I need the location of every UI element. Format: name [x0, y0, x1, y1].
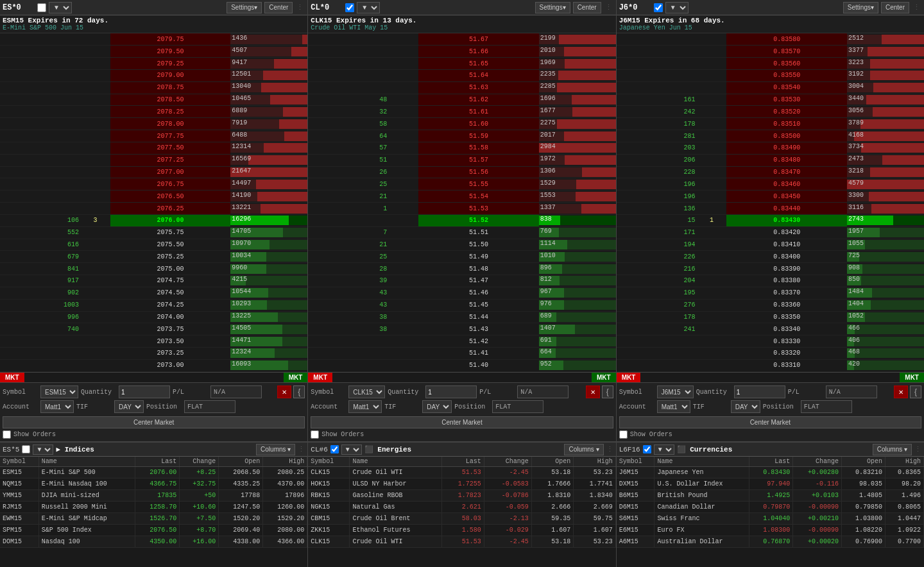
price-cell[interactable]: 2073.00 — [110, 359, 231, 371]
mkt-buy-button-es[interactable]: MKT — [284, 373, 308, 382]
ladder-row[interactable]: 552 2075.75 14705 — [0, 226, 307, 239]
cancel-button-es[interactable]: ✕ — [277, 385, 291, 398]
ladder-row[interactable]: 2077.75 6488 — [0, 130, 307, 142]
price-cell[interactable]: 51.46 — [418, 287, 539, 299]
ladder-row[interactable]: 2076.50 14190 — [0, 190, 307, 203]
ladder-row[interactable]: 26 51.56 1306 — [308, 166, 615, 178]
price-cell[interactable]: 51.45 — [418, 299, 539, 311]
price-cell[interactable]: 0.83340 — [726, 323, 847, 335]
ladder-row[interactable]: 194 0.83410 1055 — [617, 239, 924, 251]
ladder-row[interactable]: 276 0.83360 1404 — [617, 299, 924, 311]
price-cell[interactable]: 2073.25 — [110, 348, 231, 360]
price-cell[interactable]: 2074.75 — [110, 275, 231, 287]
ladder-checkbox-cl[interactable] — [345, 3, 354, 12]
ladder-row[interactable]: 51.65 1969 — [308, 58, 615, 70]
price-cell[interactable]: 51.47 — [418, 275, 539, 287]
ladder-row[interactable]: 203 0.83490 3734 — [617, 142, 924, 154]
show-orders-checkbox-j6[interactable] — [619, 430, 628, 439]
price-cell[interactable]: 2074.25 — [110, 299, 231, 311]
price-cell[interactable]: 2079.00 — [110, 69, 231, 81]
indices-dropdown[interactable]: ▼ — [33, 444, 53, 455]
ladder-row[interactable]: 2073.50 14471 — [0, 335, 307, 348]
currencies-columns-btn[interactable]: Columns ▾ — [873, 444, 912, 455]
price-cell[interactable]: 2075.75 — [110, 226, 231, 239]
show-orders-checkbox-es[interactable] — [3, 430, 11, 439]
price-cell[interactable]: 51.48 — [418, 263, 539, 275]
ladder-row[interactable]: 0.83570 3377 — [617, 46, 924, 58]
ladder-row[interactable]: 51.66 2010 — [308, 46, 615, 58]
ladder-row[interactable]: 2079.25 9417 — [0, 58, 307, 70]
price-cell[interactable]: 51.54 — [418, 190, 539, 203]
price-cell[interactable]: 0.83490 — [726, 142, 847, 154]
price-cell[interactable]: 51.51 — [418, 226, 539, 239]
ladder-row[interactable]: 679 2075.25 10034 — [0, 251, 307, 263]
indices-list-body[interactable]: Symbol Name Last Change Open High ESM15 … — [0, 457, 307, 567]
mkt-buy-button-j6[interactable]: MKT — [900, 373, 924, 382]
list-item[interactable]: CLK15 Crude Oil WTI 51.53 -2.45 53.18 53… — [308, 467, 615, 478]
price-cell[interactable]: 0.83310 — [726, 359, 847, 371]
ladder-row[interactable]: 0.83330 406 — [617, 335, 924, 348]
list-item[interactable]: D6M15 Canadian Dollar 0.79870 -0.00090 0… — [617, 502, 924, 513]
list-item[interactable]: ZKK15 Ethanol Futures 1.580 -0.029 1.607… — [308, 525, 615, 536]
settings-button-j6[interactable]: Settings▾ — [843, 2, 878, 13]
price-cell[interactable]: 2076.50 — [110, 190, 231, 203]
center-market-button-j6[interactable]: Center Market — [619, 416, 921, 428]
ladder-row[interactable]: 2079.50 4507 — [0, 46, 307, 58]
ladder-row[interactable]: 2077.50 12314 — [0, 142, 307, 154]
ladder-row[interactable]: 2077.25 16569 — [0, 154, 307, 166]
price-cell[interactable]: 51.42 — [418, 335, 539, 348]
ladder-row[interactable]: 0.83310 420 — [617, 359, 924, 371]
price-cell[interactable]: 2075.25 — [110, 251, 231, 263]
symbol-select-j6[interactable]: J6M15 — [657, 385, 694, 398]
price-cell[interactable]: 0.83510 — [726, 118, 847, 130]
price-cell[interactable]: 2079.75 — [110, 33, 231, 46]
account-select-es[interactable]: Matt1 — [40, 400, 74, 413]
price-cell[interactable]: 51.41 — [418, 348, 539, 360]
price-cell[interactable]: 51.55 — [418, 178, 539, 190]
energies-dropdown[interactable]: ▼ — [341, 444, 362, 455]
tif-select-j6[interactable]: DAY — [731, 400, 760, 413]
ladder-dropdown-j6[interactable]: ▼ — [665, 2, 689, 13]
ladder-row[interactable]: 51.42 691 — [308, 335, 615, 348]
bracket-button-cl[interactable]: { — [602, 385, 613, 398]
ladder-body-j6[interactable]: 0.83580 2512 0.83570 3377 0.83560 3223 0… — [617, 33, 924, 372]
price-cell[interactable]: 0.83550 — [726, 69, 847, 81]
price-cell[interactable]: 2079.25 — [110, 58, 231, 70]
currencies-dropdown[interactable]: ▼ — [654, 444, 674, 455]
quantity-input-j6[interactable] — [734, 385, 785, 398]
mkt-sell-button-cl[interactable]: MKT — [308, 373, 332, 382]
ladder-row[interactable]: 106 3 2076.00 16296 — [0, 214, 307, 226]
price-cell[interactable]: 51.50 — [418, 239, 539, 251]
price-cell[interactable]: 2077.50 — [110, 142, 231, 154]
ladder-row[interactable]: 616 2075.50 10970 — [0, 239, 307, 251]
ladder-row[interactable]: 242 0.83520 3056 — [617, 106, 924, 118]
ladder-row[interactable]: 1003 2074.25 10293 — [0, 299, 307, 311]
show-orders-checkbox-cl[interactable] — [311, 430, 319, 439]
ladder-row[interactable]: 2079.00 12501 — [0, 69, 307, 81]
ladder-row[interactable]: 2076.25 13221 — [0, 203, 307, 215]
ladder-row[interactable]: 178 0.83510 3789 — [617, 118, 924, 130]
center-button-cl[interactable]: Center — [573, 2, 601, 13]
list-item[interactable]: J6M15 Japanese Yen 0.83430 +0.00280 0.83… — [617, 467, 924, 478]
price-cell[interactable]: 51.57 — [418, 154, 539, 166]
ladder-row[interactable]: 38 51.43 1407 — [308, 323, 615, 335]
ladder-row[interactable]: 51.52 838 — [308, 214, 615, 226]
ladder-row[interactable]: 241 0.83340 466 — [617, 323, 924, 335]
cancel-button-cl[interactable]: ✕ — [586, 385, 600, 398]
price-cell[interactable]: 0.83380 — [726, 275, 847, 287]
price-cell[interactable]: 51.43 — [418, 323, 539, 335]
ladder-checkbox-j6[interactable] — [654, 3, 663, 12]
ladder-row[interactable]: 0.83580 2512 — [617, 33, 924, 46]
ladder-row[interactable]: 7 51.51 769 — [308, 226, 615, 239]
ladder-row[interactable]: 204 0.83380 850 — [617, 275, 924, 287]
price-cell[interactable]: 2078.50 — [110, 94, 231, 106]
ladder-row[interactable]: 2078.50 10465 — [0, 94, 307, 106]
ladder-row[interactable]: 51.41 664 — [308, 348, 615, 360]
ladder-row[interactable]: 0.83550 3192 — [617, 69, 924, 81]
tif-select-es[interactable]: DAY — [114, 400, 144, 413]
list-item[interactable]: S6M15 Swiss Franc 1.04040 +0.00210 1.038… — [617, 513, 924, 525]
price-cell[interactable]: 2076.00 — [110, 214, 231, 226]
ladder-row[interactable]: 740 2073.75 14505 — [0, 323, 307, 335]
price-cell[interactable]: 2073.50 — [110, 335, 231, 348]
price-cell[interactable]: 0.83330 — [726, 335, 847, 348]
